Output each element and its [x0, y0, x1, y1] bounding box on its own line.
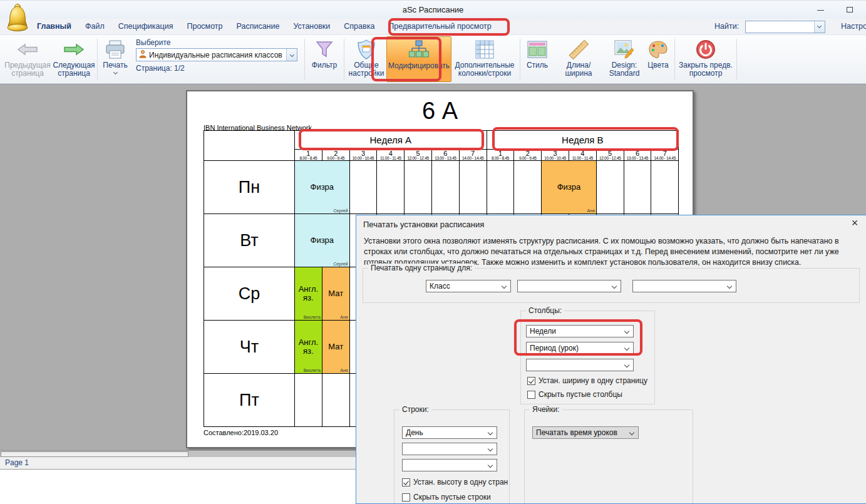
colors-button[interactable]: Цвета [644, 36, 673, 82]
settings-label[interactable]: Настро [841, 22, 866, 31]
choose-label: Выберите [136, 38, 170, 47]
chevron-down-icon [502, 284, 507, 289]
hide-empty-rows-checkbox[interactable]: Скрыть пустые строки [402, 493, 491, 501]
lesson-cell: Англ. яз.Виолета [295, 321, 322, 374]
length-width-button[interactable]: Длина/ширина [552, 36, 605, 82]
checkbox-icon [527, 377, 535, 385]
checkbox-icon [402, 478, 410, 486]
period-header: 512.00 - 12.45 [596, 150, 624, 161]
lesson-cell: Англ. яз.Виолета [295, 267, 322, 321]
report-type-dropdown-icon[interactable] [286, 49, 297, 61]
filter-button[interactable]: Фильтр [307, 36, 342, 82]
find-dropdown-icon[interactable] [814, 21, 825, 33]
report-type-value: Индивидуальные расписания классов [149, 51, 282, 59]
chevron-down-icon [629, 430, 634, 435]
tab-raspisanie[interactable]: Расписание [230, 19, 287, 34]
one-page-combo-1[interactable]: Класс [426, 280, 511, 292]
period-header: 411.00 - 11.45 [377, 150, 405, 161]
tab-spravka[interactable]: Справка [337, 19, 381, 34]
dialog-close-button[interactable]: × [847, 217, 862, 232]
tab-fail[interactable]: Файл [78, 19, 111, 34]
style-button[interactable]: Стиль [522, 36, 552, 82]
scrollbar-thumb[interactable] [1, 451, 188, 457]
empty-cell [322, 374, 349, 427]
cells-combo[interactable]: Печатать время уроков [532, 426, 639, 439]
period-header: 714.00 - 14.45 [651, 150, 679, 161]
columns-group-label: Столбцы: [526, 306, 564, 315]
prev-page-button[interactable]: Предыдущая страница [3, 36, 53, 82]
rows-group-label: Строки: [399, 405, 431, 414]
general-settings-button[interactable]: Общие настройки [346, 36, 386, 82]
chevron-down-icon [727, 284, 732, 289]
period-header: 310.00 - 10.45 [349, 150, 377, 161]
toolbar-separator [520, 39, 520, 80]
chevron-down-icon [624, 363, 629, 368]
minimize-button[interactable] [807, 1, 835, 19]
asc-logo-bell-icon[interactable] [5, 3, 30, 34]
print-button[interactable]: Печать [100, 36, 131, 82]
one-page-combo-3[interactable] [632, 280, 736, 292]
one-page-combo-2[interactable] [517, 280, 621, 292]
tab-predvaritelny-prosmotr[interactable]: Предварительный просмотр [381, 19, 498, 34]
period-header: 714.00 - 14.45 [459, 150, 487, 161]
lesson-cell: ФизраСергей [295, 214, 350, 267]
design-picture-pencil-icon [614, 38, 634, 61]
shield-icon [357, 38, 376, 61]
chevron-down-icon [488, 446, 493, 451]
hide-empty-columns-checkbox[interactable]: Скрыть пустые столбцы [527, 390, 622, 399]
empty-cell [295, 374, 322, 427]
columns-combo-2[interactable]: Период (урок) [526, 342, 634, 354]
rows-group: Строки: День Устан. высоту в одну стран … [394, 409, 510, 504]
columns-combo-1[interactable]: Недели [526, 325, 634, 337]
modify-button[interactable]: Модифицировать [386, 36, 451, 82]
cells-group-label: Ячейки: [530, 405, 562, 414]
tab-specifikaciya[interactable]: Спецификация [111, 19, 180, 34]
empty-cell [624, 161, 651, 214]
toolbar-separator [344, 39, 344, 80]
rows-combo-3[interactable] [402, 459, 497, 471]
filter-funnel-icon [315, 38, 334, 61]
find-input[interactable] [745, 21, 825, 33]
empty-cell [651, 161, 679, 214]
org-chart-icon [408, 39, 430, 61]
choose-group: Выберите Индивидуальные расписания класс… [131, 36, 302, 82]
close-preview-button[interactable]: Закрыть предв. просмотр [677, 36, 735, 82]
checkbox-icon [402, 493, 410, 501]
lesson-cell: МатАня [322, 267, 349, 321]
design-button[interactable]: Design: Standard [605, 36, 644, 82]
tab-ustanovki[interactable]: Установки [286, 19, 337, 34]
columns-combo-3[interactable] [526, 359, 634, 371]
toolbar-separator [736, 39, 737, 80]
chevron-down-icon [488, 463, 493, 468]
rows-combo-2[interactable] [402, 443, 497, 455]
maximize-button[interactable] [836, 1, 863, 19]
week-b-header: Неделя B [487, 131, 679, 150]
fit-height-checkbox[interactable]: Устан. высоту в одну стран [402, 478, 527, 486]
print-dropdown-icon[interactable] [113, 70, 117, 75]
extra-columns-rows-button[interactable]: Дополнительные колонки/строки [451, 36, 518, 82]
period-header: 29.00 - 9.45 [514, 150, 542, 161]
arrow-right-icon [63, 38, 85, 61]
checkbox-icon [527, 391, 535, 399]
period-header: 512.00 - 12.45 [405, 150, 432, 161]
fit-width-checkbox[interactable]: Устан. ширину в одну страницу [527, 376, 647, 385]
toolbar-separator [674, 39, 675, 80]
menu-bar: Главный Файл Спецификация Просмотр Распи… [0, 19, 866, 35]
power-icon [695, 38, 716, 61]
maximize-icon [847, 7, 853, 13]
tab-prosmotr[interactable]: Просмотр [180, 19, 229, 34]
period-header: 613.00 - 13.45 [624, 150, 651, 161]
toolbar-ribbon: Предыдущая страница Следующая страница П… [0, 35, 866, 84]
report-type-combo[interactable]: Индивидуальные расписания классов [136, 48, 297, 61]
ruler-icon [567, 38, 590, 61]
empty-cell [459, 161, 487, 214]
day-label: Ср [204, 267, 295, 321]
rows-combo-1[interactable]: День [402, 426, 497, 439]
dialog-title: Печатать установки расписания [363, 220, 484, 229]
toolbar-separator [97, 39, 98, 80]
tab-glavny[interactable]: Главный [30, 19, 78, 34]
day-label: Чт [204, 321, 295, 374]
next-page-button[interactable]: Следующая страница [53, 36, 95, 82]
title-bar: aSc Расписание [0, 0, 866, 19]
chevron-down-icon [612, 284, 617, 289]
